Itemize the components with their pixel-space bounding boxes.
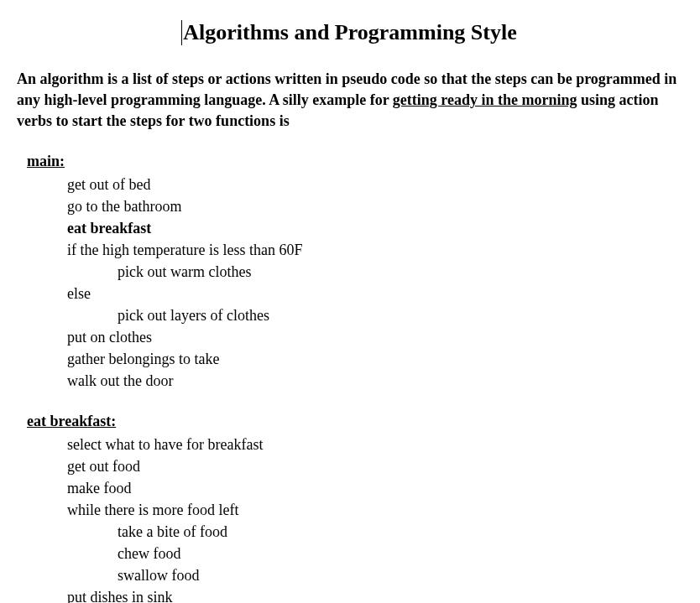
- title-container: Algorithms and Programming Style: [17, 20, 683, 45]
- step-line: get out of bed: [17, 174, 683, 195]
- eat-breakfast-heading: eat breakfast:: [27, 413, 683, 430]
- step-line: eat breakfast: [17, 217, 683, 239]
- step-line: take a bite of food: [17, 521, 683, 543]
- step-text: if the high temperature is less than 60F: [67, 242, 302, 258]
- step-line: go to the bathroom: [17, 195, 683, 217]
- step-line: pick out warm clothes: [17, 261, 683, 283]
- intro-paragraph: An algorithm is a list of steps or actio…: [17, 69, 683, 133]
- main-steps-list: get out of bedgo to the bathroomeat brea…: [17, 174, 683, 392]
- step-line: make food: [17, 477, 683, 499]
- step-line: if the high temperature is less than 60F: [17, 239, 683, 261]
- main-heading: main:: [27, 153, 683, 170]
- text-cursor: [181, 20, 182, 45]
- step-text: gather belongings to take: [67, 351, 219, 367]
- step-line: get out food: [17, 455, 683, 477]
- step-text: eat breakfast: [67, 220, 151, 237]
- step-text: select what to have for breakfast: [67, 436, 263, 453]
- step-text: pick out warm clothes: [118, 263, 251, 280]
- step-line: put dishes in sink: [17, 586, 683, 603]
- step-text: while there is more food left: [67, 502, 238, 518]
- step-line: else: [17, 283, 683, 304]
- step-line: select what to have for breakfast: [17, 434, 683, 455]
- step-line: chew food: [17, 543, 683, 564]
- step-line: pick out layers of clothes: [17, 304, 683, 326]
- main-block: main: get out of bedgo to the bathroomea…: [17, 153, 683, 392]
- step-text: get out of bed: [67, 176, 150, 193]
- intro-underline: getting ready in the morning: [393, 91, 577, 108]
- step-text: walk out the door: [67, 372, 173, 389]
- step-line: put on clothes: [17, 326, 683, 348]
- step-line: while there is more food left: [17, 499, 683, 521]
- step-line: gather belongings to take: [17, 348, 683, 370]
- step-text: swallow food: [118, 567, 200, 584]
- eat-breakfast-block: eat breakfast: select what to have for b…: [17, 413, 683, 604]
- step-text: chew food: [118, 545, 180, 562]
- step-line: swallow food: [17, 564, 683, 586]
- step-text: else: [67, 285, 91, 302]
- step-text: put on clothes: [67, 329, 152, 346]
- title-text: Algorithms and Programming Style: [183, 20, 516, 44]
- step-line: walk out the door: [17, 370, 683, 392]
- step-text: go to the bathroom: [67, 198, 181, 215]
- page-title: Algorithms and Programming Style: [183, 20, 516, 45]
- step-text: pick out layers of clothes: [118, 307, 269, 324]
- step-text: get out food: [67, 458, 140, 475]
- step-text: take a bite of food: [118, 523, 227, 540]
- step-text: put dishes in sink: [67, 589, 173, 603]
- eat-steps-list: select what to have for breakfastget out…: [17, 434, 683, 604]
- step-text: make food: [67, 480, 131, 496]
